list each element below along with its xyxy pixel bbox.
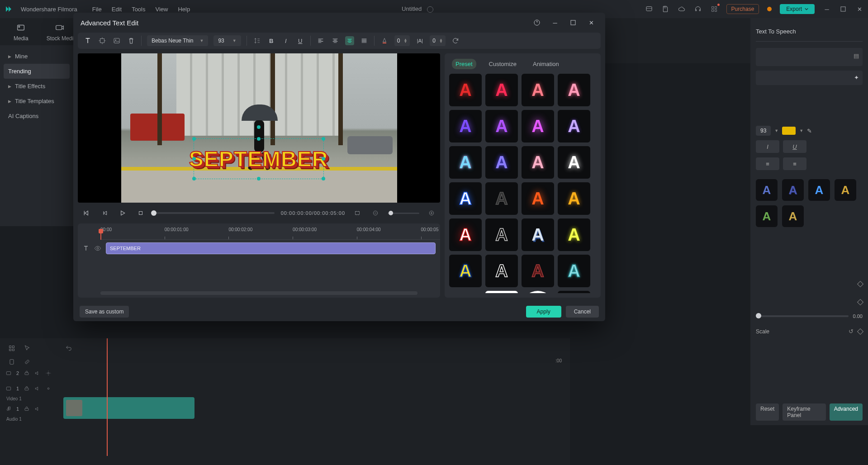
inspector-underline-button[interactable]: U	[783, 140, 806, 153]
reset-icon[interactable]: ↺	[849, 328, 854, 335]
delete-tool-icon[interactable]	[127, 36, 136, 45]
transform-tool-icon[interactable]	[98, 36, 107, 45]
sidebar-item-trending[interactable]: Trending	[4, 64, 70, 79]
keyframe-diamond-icon[interactable]	[857, 281, 863, 287]
preset-thumbnail[interactable]: A	[449, 291, 482, 293]
preset-thumbnail[interactable]: A	[449, 74, 482, 106]
mini-preset[interactable]: A	[782, 179, 804, 201]
zoom-in-icon[interactable]	[426, 207, 437, 219]
track-row-audio-1[interactable]: 1	[0, 401, 61, 417]
modal-close-icon[interactable]: ✕	[584, 17, 598, 28]
preset-thumbnail[interactable]: A	[485, 146, 518, 179]
align-justify-icon[interactable]	[360, 36, 369, 45]
preset-thumbnail[interactable]: A	[522, 146, 554, 179]
help-icon[interactable]	[530, 17, 544, 28]
preset-thumbnail[interactable]: A	[522, 182, 554, 215]
layout-icon[interactable]	[645, 5, 653, 13]
inspector-align-center-button[interactable]: ≡	[756, 157, 779, 170]
modal-minimize-icon[interactable]: ─	[548, 17, 562, 28]
sidebar-item-title-effects[interactable]: ▶Title Effects	[0, 79, 73, 94]
preset-thumbnail[interactable]: A	[485, 182, 518, 215]
keyframe-panel-button[interactable]: Keyframe Panel	[783, 403, 825, 421]
mini-playhead[interactable]	[100, 229, 101, 240]
inspector-color-swatch[interactable]	[782, 127, 796, 135]
preset-thumbnail[interactable]: A	[485, 218, 518, 251]
main-playhead[interactable]	[107, 338, 108, 456]
timeline-link-icon[interactable]	[24, 358, 31, 365]
preset-thumbnail[interactable]: A	[449, 110, 482, 142]
italic-icon[interactable]: I	[281, 36, 290, 45]
preset-thumbnail[interactable]: A	[449, 146, 482, 179]
headphones-icon[interactable]	[694, 5, 702, 13]
timeline-ruler[interactable]: 00:00 00:00:01:00 00:00:02:00 00:00:03:0…	[100, 227, 440, 240]
step-back-icon[interactable]	[99, 207, 110, 219]
reset-button[interactable]: Reset	[756, 403, 779, 421]
preset-thumbnail[interactable]: A	[485, 110, 518, 142]
cloud-icon[interactable]	[678, 5, 686, 13]
preset-thumbnail[interactable]: A	[522, 110, 554, 142]
timeline-undo-icon[interactable]	[65, 345, 72, 352]
text-tool-icon[interactable]	[83, 36, 92, 45]
sidebar-item-title-templates[interactable]: ▶Title Templates	[0, 94, 73, 109]
preset-thumbnail[interactable]: A	[449, 255, 482, 287]
text-clip[interactable]: SEPTEMBER	[106, 242, 436, 254]
mini-scrollbar[interactable]	[100, 291, 417, 295]
text-color-icon[interactable]	[380, 36, 389, 45]
window-close-icon[interactable]: ✕	[855, 5, 863, 13]
mini-preset[interactable]: A	[835, 179, 856, 201]
preset-thumbnail[interactable]: A	[485, 255, 518, 287]
bold-icon[interactable]: B	[267, 36, 276, 45]
cancel-button[interactable]: Cancel	[566, 306, 599, 318]
window-minimize-icon[interactable]: ─	[823, 5, 831, 13]
letter-spacing-input[interactable]: 0 ▲▼	[394, 35, 410, 46]
fit-screen-icon[interactable]	[351, 207, 363, 219]
tracking-icon[interactable]: |A|	[415, 36, 424, 45]
menu-help[interactable]: Help	[178, 6, 190, 13]
align-center-icon[interactable]	[331, 36, 340, 45]
timeline-grid-icon[interactable]	[8, 345, 15, 352]
track-row-video-1[interactable]: 1	[0, 381, 61, 396]
eyedropper-icon[interactable]: ✎	[807, 128, 812, 134]
mini-preset[interactable]: A	[808, 179, 830, 201]
play-icon[interactable]	[117, 207, 128, 219]
timeline-cursor-icon[interactable]	[24, 345, 31, 352]
export-button[interactable]: Export	[780, 4, 815, 14]
align-left-icon[interactable]	[316, 36, 325, 45]
magic-icon[interactable]: ✦	[854, 74, 859, 81]
underline-icon[interactable]: U	[296, 36, 305, 45]
font-family-select[interactable]: Bebas Neue Thin ▼	[147, 35, 208, 46]
purchase-button[interactable]: Purchase	[726, 4, 759, 14]
account-avatar[interactable]	[767, 7, 772, 11]
preset-tab-preset[interactable]: Preset	[452, 59, 476, 69]
preset-thumbnail[interactable]: A	[558, 146, 590, 179]
save-icon[interactable]	[661, 5, 669, 13]
refresh-icon[interactable]	[451, 36, 460, 45]
text-bounding-box[interactable]: SEPTEMBER	[194, 138, 324, 179]
mini-preset[interactable]: A	[756, 205, 778, 227]
sidebar-item-mine[interactable]: ▶Mine	[0, 49, 73, 64]
preset-thumbnail[interactable]: A	[558, 218, 590, 251]
preset-thumbnail[interactable]: A	[558, 74, 590, 106]
apps-icon[interactable]	[710, 5, 718, 13]
modal-maximize-icon[interactable]	[566, 17, 580, 28]
preset-thumbnail[interactable]: A	[558, 110, 590, 142]
preset-thumbnail[interactable]: A	[558, 291, 590, 293]
preset-thumbnail[interactable]: A	[558, 182, 590, 215]
zoom-slider[interactable]	[388, 213, 419, 214]
track-row-2[interactable]: 2	[0, 365, 61, 381]
keyframe-diamond-icon[interactable]	[857, 328, 863, 334]
line-height-icon[interactable]	[252, 36, 261, 45]
inspector-align-justify-button[interactable]: ≡	[783, 157, 806, 170]
prev-frame-icon[interactable]	[81, 207, 92, 219]
advanced-button[interactable]: Advanced	[830, 403, 863, 421]
apply-button[interactable]: Apply	[526, 306, 561, 318]
preset-tab-customize[interactable]: Customize	[485, 59, 520, 69]
preset-thumbnail[interactable]: A	[558, 255, 590, 287]
menu-view[interactable]: View	[155, 6, 168, 13]
stop-icon[interactable]	[135, 207, 147, 219]
timeline-marker-icon[interactable]	[8, 358, 15, 365]
inspector-font-size[interactable]: 93	[756, 126, 771, 136]
save-as-custom-button[interactable]: Save as custom	[80, 306, 129, 318]
preset-tab-animation[interactable]: Animation	[529, 59, 563, 69]
video-clip[interactable]	[63, 397, 194, 419]
